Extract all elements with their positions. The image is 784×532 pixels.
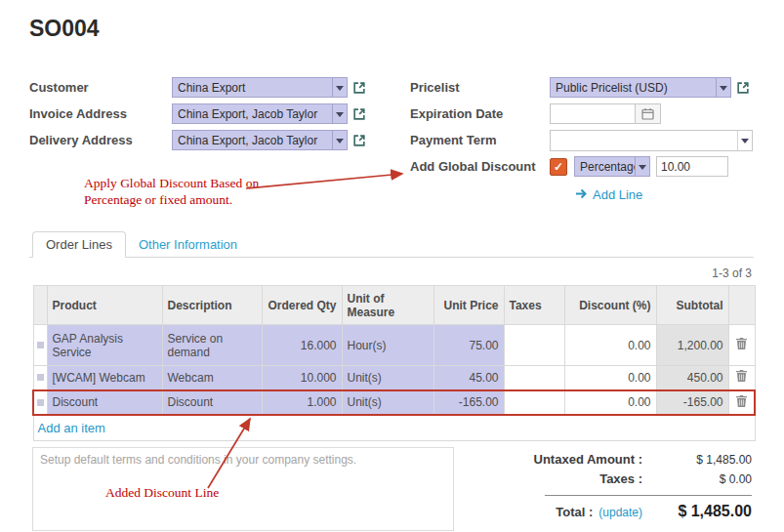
discount-type-value: Percentage: [575, 160, 635, 174]
cell-unit-price[interactable]: -165.00: [433, 390, 504, 415]
customer-select[interactable]: China Export: [172, 77, 348, 98]
invoice-address-value: China Export, Jacob Taylor: [173, 107, 332, 121]
external-link-icon[interactable]: [352, 81, 366, 95]
chevron-down-icon: [332, 104, 347, 123]
cell-subtotal: 1,200.00: [656, 325, 728, 366]
cell-unit-of-measure[interactable]: Hour(s): [342, 325, 433, 366]
global-discount-checkbox[interactable]: [550, 158, 567, 176]
global-discount-field-row: Add Global Discount Percentage: [410, 153, 753, 180]
cell-unit-of-measure[interactable]: Unit(s): [342, 390, 433, 415]
calendar-icon[interactable]: [636, 103, 661, 124]
invoice-address-label: Invoice Address: [29, 106, 172, 121]
table-header-row: Product Description Ordered Qty Unit of …: [33, 286, 755, 325]
chevron-down-icon: [737, 131, 752, 150]
expiration-date-label: Expiration Date: [410, 106, 550, 121]
pager: 1-3 of 3: [712, 266, 752, 280]
delivery-address-select[interactable]: China Export, Jacob Taylor: [172, 130, 348, 150]
pricelist-value: Public Pricelist (USD): [551, 81, 716, 95]
untaxed-amount-row: Untaxed Amount : $ 1,485.00: [517, 450, 752, 470]
cell-description[interactable]: Webcam: [162, 366, 262, 390]
form-right-column: Pricelist Public Pricelist (USD) Expirat…: [410, 74, 753, 180]
discount-amount-input[interactable]: [656, 156, 728, 177]
terms-and-conditions-textarea[interactable]: [32, 447, 454, 531]
cell-product[interactable]: [WCAM] Webcam: [47, 366, 162, 390]
delete-row-icon[interactable]: [728, 325, 755, 366]
column-header-description: Description: [162, 286, 262, 325]
chevron-down-icon: [716, 78, 730, 97]
update-total-link[interactable]: (update): [598, 506, 642, 519]
chevron-down-icon: [635, 157, 649, 176]
untaxed-amount-label: Untaxed Amount :: [517, 450, 654, 470]
cell-discount[interactable]: 0.00: [564, 366, 656, 390]
column-header-unit-price: Unit Price: [433, 286, 504, 325]
form-left-column: Customer China Export Invoice Address Ch…: [29, 74, 366, 153]
delivery-address-field-row: Delivery Address China Export, Jacob Tay…: [29, 127, 366, 153]
cell-taxes[interactable]: [504, 390, 564, 415]
taxes-label: Taxes :: [517, 470, 654, 489]
global-discount-label: Add Global Discount: [410, 159, 550, 174]
cell-unit-of-measure[interactable]: Unit(s): [342, 366, 433, 390]
page-title: SO004: [29, 16, 100, 42]
table-row-discount-highlighted: Discount Discount 1.000 Unit(s) -165.00 …: [33, 390, 755, 415]
delete-row-icon[interactable]: [728, 390, 755, 415]
delete-row-icon[interactable]: [728, 366, 755, 390]
add-item-row: Add an item: [33, 415, 755, 441]
add-line-arrow-icon: [575, 187, 588, 202]
total-label: Total :: [556, 505, 593, 519]
column-header-taxes: Taxes: [504, 286, 564, 325]
tab-order-lines[interactable]: Order Lines: [32, 231, 126, 258]
row-drag-handle[interactable]: [33, 325, 47, 366]
invoice-address-field-row: Invoice Address China Export, Jacob Tayl…: [29, 101, 366, 127]
external-link-icon[interactable]: [352, 134, 366, 147]
cell-description[interactable]: Discount: [162, 390, 262, 415]
cell-discount[interactable]: 0.00: [564, 390, 656, 415]
cell-taxes[interactable]: [504, 366, 564, 390]
external-link-icon[interactable]: [736, 81, 750, 95]
invoice-address-select[interactable]: China Export, Jacob Taylor: [172, 103, 348, 124]
pricelist-field-row: Pricelist Public Pricelist (USD): [410, 74, 753, 101]
add-an-item-link[interactable]: Add an item: [38, 421, 105, 435]
row-drag-handle[interactable]: [33, 366, 47, 390]
cell-product[interactable]: Discount: [47, 390, 162, 415]
cell-taxes[interactable]: [504, 325, 564, 366]
cell-subtotal: 450.00: [656, 366, 728, 390]
cell-unit-price[interactable]: 75.00: [433, 325, 504, 366]
cell-ordered-qty[interactable]: 16.000: [262, 325, 342, 366]
add-line-link[interactable]: Add Line: [575, 187, 642, 202]
discount-line-annotation: Added Discount Line: [105, 485, 219, 502]
taxes-value: $ 0.00: [654, 470, 752, 489]
column-header-ordered-qty: Ordered Qty: [262, 286, 342, 325]
payment-term-select[interactable]: [550, 130, 753, 151]
delete-column-header: [728, 286, 755, 325]
delivery-address-label: Delivery Address: [29, 133, 172, 147]
chevron-down-icon: [332, 78, 347, 97]
cell-ordered-qty[interactable]: 10.000: [262, 366, 342, 390]
external-link-icon[interactable]: [352, 107, 366, 121]
pricelist-label: Pricelist: [410, 80, 550, 95]
tab-other-information[interactable]: Other Information: [126, 232, 250, 257]
taxes-row: Taxes : $ 0.00: [517, 470, 752, 489]
sales-order-lines-table: Product Description Ordered Qty Unit of …: [32, 285, 756, 441]
discount-type-select[interactable]: Percentage: [574, 156, 650, 177]
notebook-tabs: Order Lines Other Information: [29, 230, 754, 258]
total-row: Total :(update) $ 1,485.00: [517, 500, 752, 524]
expiration-date-input[interactable]: [550, 103, 636, 124]
row-drag-handle[interactable]: [33, 390, 47, 415]
handle-column-header: [33, 286, 47, 325]
column-header-discount: Discount (%): [564, 286, 656, 325]
chevron-down-icon: [332, 131, 347, 149]
cell-product[interactable]: GAP Analysis Service: [47, 325, 162, 366]
cell-subtotal: -165.00: [656, 390, 728, 415]
pricelist-select[interactable]: Public Pricelist (USD): [550, 77, 731, 98]
delivery-address-value: China Export, Jacob Taylor: [173, 134, 332, 147]
payment-term-field-row: Payment Term: [410, 127, 753, 153]
column-header-subtotal: Subtotal: [656, 286, 728, 325]
cell-ordered-qty[interactable]: 1.000: [262, 390, 342, 415]
cell-discount[interactable]: 0.00: [564, 325, 656, 366]
total-value: $ 1,485.00: [654, 500, 752, 523]
customer-value: China Export: [173, 81, 332, 95]
cell-description[interactable]: Service on demand: [162, 325, 262, 366]
cell-unit-price[interactable]: 45.00: [433, 366, 504, 390]
table-row: GAP Analysis Service Service on demand 1…: [33, 325, 755, 366]
table-row: [WCAM] Webcam Webcam 10.000 Unit(s) 45.0…: [33, 366, 755, 390]
